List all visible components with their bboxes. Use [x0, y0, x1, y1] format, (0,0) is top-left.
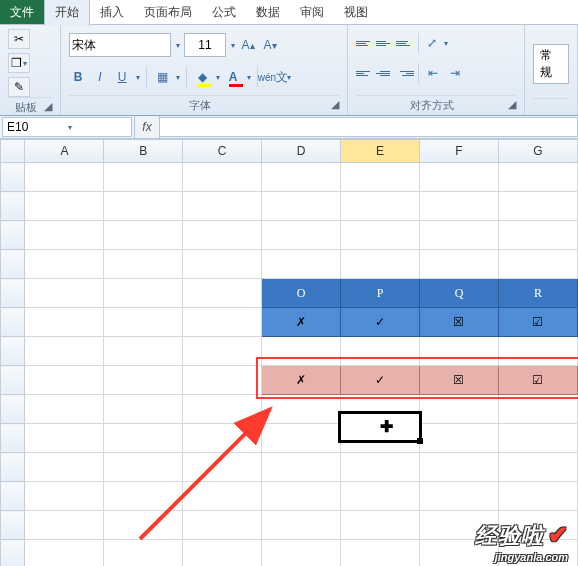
align-middle-button[interactable] — [376, 34, 394, 52]
copy-button[interactable]: ❐▾ — [8, 53, 30, 73]
align-top-button[interactable] — [356, 34, 374, 52]
align-center-button[interactable] — [376, 64, 394, 82]
check-icon: ✔ — [548, 521, 568, 548]
format-painter-button[interactable]: ✎ — [8, 77, 30, 97]
cell[interactable]: ✗ — [262, 308, 341, 337]
border-button[interactable]: ▦ — [153, 68, 171, 86]
grid[interactable]: A B C D E F G O P Q R ✗ ✓ ☒ ☑ ✗ ✓ ☒ ☑ — [0, 139, 578, 566]
watermark-url: jingyanla.com — [475, 551, 568, 563]
chevron-down-icon[interactable]: ▾ — [176, 41, 180, 50]
font-name-select[interactable] — [69, 33, 171, 57]
col-header-G[interactable]: G — [498, 140, 577, 163]
fx-icon[interactable]: fx — [134, 116, 160, 138]
name-box[interactable]: E10 ▾ — [2, 117, 132, 137]
formula-bar: E10 ▾ fx — [0, 116, 578, 139]
col-header-C[interactable]: C — [183, 140, 262, 163]
ribbon-tabs: 文件 开始 插入 页面布局 公式 数据 审阅 视图 — [0, 0, 578, 25]
number-format-select[interactable]: 常规 — [533, 44, 569, 84]
decrease-font-icon[interactable]: A▾ — [261, 36, 279, 54]
brush-icon: ✎ — [14, 80, 24, 94]
watermark-brand: 经验啦 — [475, 523, 544, 548]
increase-font-icon[interactable]: A▴ — [239, 36, 257, 54]
worksheet[interactable]: A B C D E F G O P Q R ✗ ✓ ☒ ☑ ✗ ✓ ☒ ☑ ✚ — [0, 139, 578, 566]
decrease-indent-button[interactable]: ⇤ — [423, 64, 443, 82]
alignment-group-label: 对齐方式◢ — [356, 95, 516, 113]
col-header-A[interactable]: A — [25, 140, 104, 163]
chevron-down-icon[interactable]: ▾ — [68, 123, 128, 132]
align-left-button[interactable] — [356, 64, 374, 82]
cell[interactable]: ☒ — [420, 308, 499, 337]
watermark: 经验啦✔ jingyanla.com — [475, 521, 568, 563]
col-header-D[interactable]: D — [262, 140, 341, 163]
phonetic-button[interactable]: wén文 — [264, 68, 282, 86]
copy-icon: ❐ — [11, 56, 22, 70]
orientation-button[interactable]: ⤢ — [423, 34, 441, 52]
clipboard-group-label: 贴板◢ — [8, 97, 52, 115]
fill-color-button[interactable]: ◆ — [193, 68, 211, 86]
bucket-icon: ◆ — [198, 70, 207, 84]
group-clipboard: ✂ ❐▾ ✎ 贴板◢ — [0, 25, 61, 115]
group-number: 常规 — [525, 25, 578, 115]
col-header-E[interactable]: E — [341, 140, 420, 163]
tab-view[interactable]: 视图 — [334, 0, 378, 25]
cell[interactable]: P — [341, 279, 420, 308]
scissors-icon: ✂ — [14, 32, 24, 46]
chevron-down-icon[interactable]: ▾ — [231, 41, 235, 50]
group-font: ▾ ▾ A▴ A▾ B I U▾ ▦▾ ◆ ▾ A ▾ wén文 — [61, 25, 348, 115]
formula-input[interactable] — [160, 117, 578, 137]
font-group-label: 字体◢ — [69, 95, 339, 113]
ribbon: ✂ ❐▾ ✎ 贴板◢ ▾ ▾ A▴ A▾ B I U▾ ▦▾ — [0, 25, 578, 116]
cell[interactable]: ☑ — [498, 366, 577, 395]
tab-insert[interactable]: 插入 — [90, 0, 134, 25]
cell[interactable]: O — [262, 279, 341, 308]
cell[interactable]: R — [498, 279, 577, 308]
cell[interactable]: ✗ — [262, 366, 341, 395]
tab-page-layout[interactable]: 页面布局 — [134, 0, 202, 25]
cut-button[interactable]: ✂ — [8, 29, 30, 49]
cell[interactable]: ☒ — [420, 366, 499, 395]
font-size-select[interactable] — [184, 33, 226, 57]
bold-button[interactable]: B — [69, 68, 87, 86]
col-header-F[interactable]: F — [420, 140, 499, 163]
tab-formulas[interactable]: 公式 — [202, 0, 246, 25]
increase-indent-button[interactable]: ⇥ — [445, 64, 465, 82]
cell[interactable]: ☑ — [498, 308, 577, 337]
tab-home[interactable]: 开始 — [44, 0, 90, 26]
name-box-value: E10 — [7, 120, 67, 134]
cell[interactable]: Q — [420, 279, 499, 308]
align-bottom-button[interactable] — [396, 34, 414, 52]
col-header-B[interactable]: B — [104, 140, 183, 163]
tab-review[interactable]: 审阅 — [290, 0, 334, 25]
align-right-button[interactable] — [396, 64, 414, 82]
select-all-corner[interactable] — [1, 140, 25, 163]
underline-button[interactable]: U — [113, 68, 131, 86]
group-alignment: ⤢▾ ⇤ ⇥ 对齐方式◢ — [348, 25, 525, 115]
font-color-button[interactable]: A — [224, 68, 242, 86]
tab-file[interactable]: 文件 — [0, 0, 44, 24]
cell[interactable]: ✓ — [341, 366, 420, 395]
italic-button[interactable]: I — [91, 68, 109, 86]
tab-data[interactable]: 数据 — [246, 0, 290, 25]
cell[interactable]: ✓ — [341, 308, 420, 337]
